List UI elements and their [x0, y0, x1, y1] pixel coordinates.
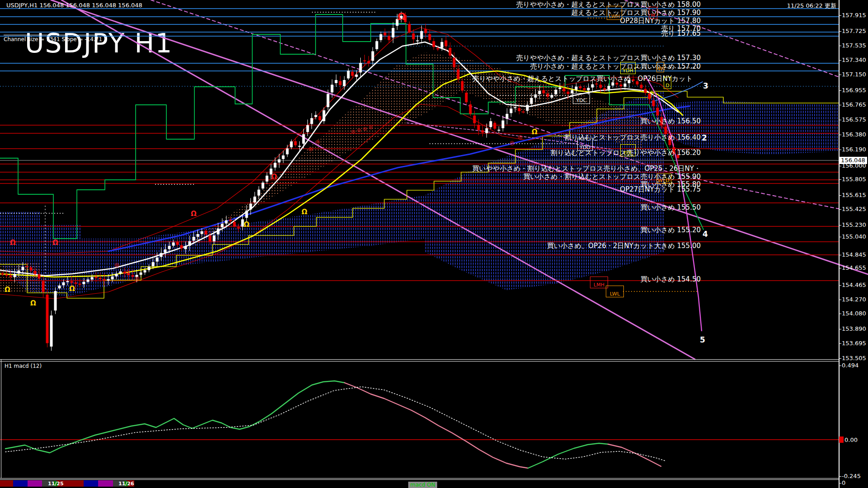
axis-border	[839, 0, 840, 488]
signal-circle-icon: ◎	[114, 262, 119, 267]
signal-omega-icon: Ω	[397, 12, 406, 22]
macd-main	[608, 444, 661, 466]
chart-canvas[interactable]	[0, 0, 868, 488]
candle-bear	[465, 93, 467, 102]
level-tag-m[interactable]: M	[649, 7, 657, 19]
candle-bear	[640, 85, 642, 88]
macd-panel-curves	[0, 381, 839, 468]
panel-separator-top2	[0, 361, 839, 361]
candle-bull	[184, 247, 187, 249]
macd-axis-max: 0.494	[842, 362, 859, 369]
candle-bear	[42, 282, 44, 292]
price-axis-label: 154.270	[842, 296, 866, 303]
candle-bull	[591, 84, 594, 87]
candle-bear	[522, 112, 524, 112]
axis-tick	[839, 343, 841, 344]
candle-bull	[217, 229, 219, 234]
panel-separator-top[interactable]	[0, 359, 839, 360]
panel-separator-bottom[interactable]	[0, 478, 839, 479]
price-axis-label: 157.535	[842, 42, 866, 49]
axis-tick	[839, 195, 841, 196]
level-tag-w[interactable]: W	[656, 174, 664, 184]
candle-bear	[477, 125, 480, 130]
signal-circle-icon: ◎	[316, 139, 320, 144]
level-tag-ydh[interactable]: YDH	[620, 62, 636, 74]
axis-tick	[839, 358, 841, 359]
level-tag-d[interactable]: D	[664, 77, 671, 89]
candle-bear	[26, 267, 28, 267]
candle-bull	[14, 274, 16, 277]
candle-bull	[331, 85, 333, 92]
axis-tick	[839, 150, 841, 150]
candle-bear	[599, 85, 602, 88]
candle-bull	[290, 142, 292, 147]
axis-tick	[839, 135, 841, 135]
candle-bear	[437, 48, 439, 49]
level-tag-d[interactable]: D	[664, 174, 671, 184]
macd-axis-zero: 0.00	[844, 436, 858, 443]
order-annotation: 売り小さめ・超えるとストップロス買い小さめ 157.20	[530, 63, 701, 70]
candle-bear	[209, 236, 211, 241]
candle-bear	[595, 84, 598, 84]
candle-bull	[274, 163, 276, 167]
level-tag-lwl[interactable]: LWL	[606, 286, 624, 297]
timeline-session-segment	[13, 480, 28, 487]
level-tag-w[interactable]: W	[656, 62, 664, 72]
candle-bull	[254, 197, 256, 202]
candle-bear	[180, 245, 183, 248]
candle-bear	[665, 127, 667, 134]
candle-bear	[481, 131, 484, 132]
candle-bull	[392, 28, 394, 37]
signal-circle-icon: ◎	[363, 127, 367, 131]
order-annotation: 売りやや小さめ・超えるとストップロス買い小さめ 157.30	[516, 55, 701, 61]
level-tag-ydl[interactable]: YDL	[620, 144, 636, 156]
candle-bull	[58, 286, 61, 288]
candle-bull	[575, 87, 577, 89]
price-axis-label: 157.340	[842, 56, 866, 63]
price-axis-label: 155.230	[842, 221, 866, 228]
panel-separator-bottom2	[0, 479, 839, 480]
candle-bear	[34, 271, 36, 274]
candle-bear	[429, 34, 431, 40]
candle-bull	[50, 316, 52, 347]
current-price-box: 156.048	[839, 157, 867, 164]
candle-bull	[245, 211, 248, 218]
order-annotation: 買い小さめ 154.50	[641, 276, 701, 283]
axis-tick	[839, 255, 841, 255]
candle-bull	[286, 149, 288, 154]
level-tag-ydc[interactable]: YDC	[573, 93, 590, 104]
candle-bull	[502, 121, 504, 128]
level-tag-ydo[interactable]: YDO	[577, 138, 593, 151]
candle-bear	[408, 24, 410, 32]
axis-tick	[839, 31, 841, 32]
candle-bear	[457, 70, 459, 79]
candle-bear	[445, 41, 447, 46]
candle-bull	[144, 270, 146, 272]
level-tag-lmh[interactable]: LMH	[590, 277, 608, 288]
candle-bear	[351, 72, 354, 75]
candle-bear	[473, 116, 476, 123]
candle-bull	[302, 134, 305, 143]
candle-bear	[449, 48, 451, 56]
macd-axis-min: -0.245	[842, 473, 861, 479]
candle-bear	[604, 89, 606, 90]
candle-bull	[119, 272, 122, 273]
price-axis-label: 157.725	[842, 28, 866, 34]
candle-bull	[420, 31, 423, 38]
order-annotation: 超えるとストップロス買い小さめ 157.90	[571, 9, 701, 16]
candle-bull	[538, 91, 541, 94]
candle-bull	[526, 105, 528, 111]
candle-bull	[250, 204, 252, 209]
order-annotation: OP27日NYカット 155.75	[620, 186, 701, 193]
candle-bear	[620, 85, 622, 86]
candle-bull	[225, 221, 227, 223]
signal-omega-icon: Ω	[69, 286, 75, 292]
macd-toggle-button[interactable]: macd ON	[408, 482, 437, 488]
level-tag-lwh[interactable]: LWH	[607, 6, 622, 20]
candle-bull	[213, 236, 215, 241]
signal-circle-icon: ◎	[125, 269, 129, 275]
candle-bull	[156, 258, 158, 261]
signal-circle-icon: ◎	[369, 125, 373, 130]
price-axis-label: 154.655	[842, 264, 866, 271]
price-axis-label: 153.890	[842, 325, 866, 332]
